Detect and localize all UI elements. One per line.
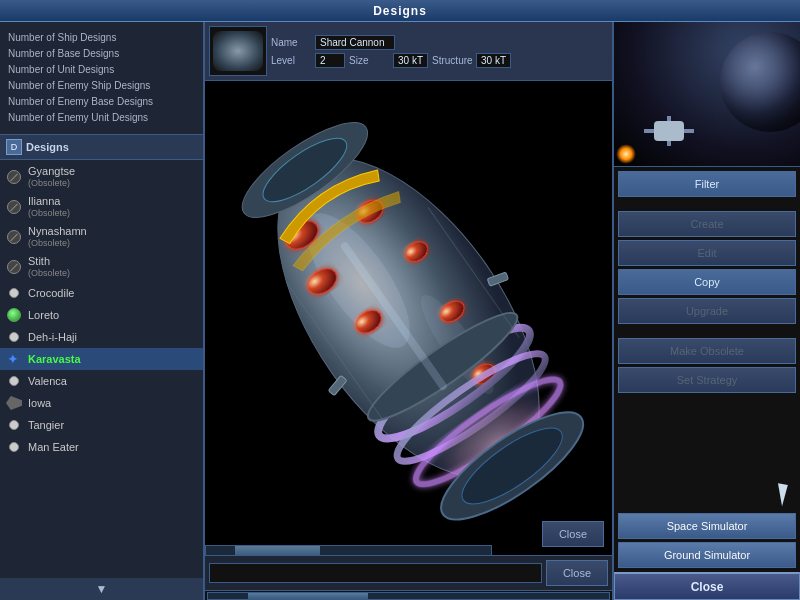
scroll-down-arrow[interactable]: ▼ xyxy=(0,578,203,600)
list-item[interactable]: Tangier xyxy=(0,414,203,436)
planet-view xyxy=(614,22,800,167)
dot-icon xyxy=(6,439,22,455)
title-text: Designs xyxy=(373,4,427,18)
cursor-icon xyxy=(774,483,788,506)
star-glow xyxy=(616,144,636,164)
name-label: Name xyxy=(271,37,311,48)
ground-simulator-button[interactable]: Ground Simulator xyxy=(618,542,796,568)
dot-icon xyxy=(6,373,22,389)
item-name: Loreto xyxy=(28,308,59,322)
list-item[interactable]: Man Eater xyxy=(0,436,203,458)
edit-button[interactable]: Edit xyxy=(618,240,796,266)
item-name: Nynashamn(Obsolete) xyxy=(28,224,87,250)
space-station xyxy=(644,106,694,156)
button-gap-3 xyxy=(618,396,796,481)
list-item[interactable]: Valenca xyxy=(0,370,203,392)
station-body xyxy=(654,121,684,141)
stat-enemy-ship: Number of Enemy Ship Designs xyxy=(8,78,195,94)
list-item[interactable]: Iowa xyxy=(0,392,203,414)
star-icon: ✦ xyxy=(6,351,22,367)
name-row: Name Shard Cannon xyxy=(271,35,608,50)
obsolete-icon xyxy=(6,229,22,245)
list-item[interactable]: Nynashamn(Obsolete) xyxy=(0,222,203,252)
space-simulator-button[interactable]: Space Simulator xyxy=(618,513,796,539)
designs-label: Designs xyxy=(26,141,69,153)
left-panel: Number of Ship Designs Number of Base De… xyxy=(0,22,205,600)
list-item[interactable]: Loreto xyxy=(0,304,203,326)
viewport-scrollbar[interactable] xyxy=(205,545,492,555)
stats-row: Level 2 Size 30 kT Structure 30 kT xyxy=(271,53,608,68)
create-button[interactable]: Create xyxy=(618,211,796,237)
designs-icon: D xyxy=(6,139,22,155)
list-item[interactable]: Crocodile xyxy=(0,282,203,304)
level-value: 2 xyxy=(315,53,345,68)
obsolete-icon xyxy=(6,199,22,215)
info-fields: Name Shard Cannon Level 2 Size 30 kT Str… xyxy=(271,35,608,68)
filter-button[interactable]: Filter xyxy=(618,171,796,197)
viewport-close-button[interactable]: Close xyxy=(542,521,604,547)
right-buttons: Filter Create Edit Copy Upgrade Make Obs… xyxy=(614,167,800,572)
set-strategy-button[interactable]: Set Strategy xyxy=(618,367,796,393)
copy-button[interactable]: Copy xyxy=(618,269,796,295)
scrollbar-thumb[interactable] xyxy=(235,546,321,555)
item-name: Gyangtse(Obsolete) xyxy=(28,164,75,190)
h-scrollbar[interactable] xyxy=(205,545,492,555)
center-panel: Name Shard Cannon Level 2 Size 30 kT Str… xyxy=(205,22,612,600)
item-name: Stith(Obsolete) xyxy=(28,254,70,280)
item-name: Valenca xyxy=(28,374,67,388)
obsolete-icon xyxy=(6,169,22,185)
button-gap-2 xyxy=(618,327,796,335)
ship-3d-render xyxy=(205,81,612,555)
ship-icon xyxy=(6,285,22,301)
name-value: Shard Cannon xyxy=(315,35,395,50)
ship-thumbnail xyxy=(209,26,267,76)
size-value: 30 kT xyxy=(393,53,428,68)
cursor-area xyxy=(618,484,786,506)
dot-icon xyxy=(6,329,22,345)
main-layout: Number of Ship Designs Number of Base De… xyxy=(0,22,800,600)
ship-thumb-image xyxy=(213,31,263,71)
stat-unit-designs: Number of Unit Designs xyxy=(8,62,195,78)
right-close-button[interactable]: Close xyxy=(614,572,800,600)
list-item[interactable]: Stith(Obsolete) xyxy=(0,252,203,282)
item-name: Iowa xyxy=(28,396,51,410)
bottom-input[interactable] xyxy=(209,563,542,583)
viewport-bottom-bar: Close xyxy=(542,521,604,547)
size-label: Size xyxy=(349,55,389,66)
planet xyxy=(720,32,800,132)
designs-header: D Designs xyxy=(0,135,203,160)
item-name: Tangier xyxy=(28,418,64,432)
list-item[interactable]: Deh-i-Haji xyxy=(0,326,203,348)
item-name: Crocodile xyxy=(28,286,74,300)
stat-enemy-unit: Number of Enemy Unit Designs xyxy=(8,110,195,126)
upgrade-button[interactable]: Upgrade xyxy=(618,298,796,324)
list-item-selected[interactable]: ✦ Karavasta xyxy=(0,348,203,370)
item-name: Ilianna(Obsolete) xyxy=(28,194,70,220)
title-bar: Designs xyxy=(0,0,800,22)
list-item[interactable]: Ilianna(Obsolete) xyxy=(0,192,203,222)
bottom-close-button[interactable]: Close xyxy=(546,560,608,586)
structure-label: Structure xyxy=(432,55,472,66)
green-icon xyxy=(6,307,22,323)
bottom-scrollbar-thumb[interactable] xyxy=(248,593,368,599)
structure-value: 30 kT xyxy=(476,53,511,68)
info-bar: Name Shard Cannon Level 2 Size 30 kT Str… xyxy=(205,22,612,81)
ship-icon xyxy=(6,395,22,411)
make-obsolete-button[interactable]: Make Obsolete xyxy=(618,338,796,364)
level-label: Level xyxy=(271,55,311,66)
bottom-bar: Close xyxy=(205,555,612,590)
right-panel: Filter Create Edit Copy Upgrade Make Obs… xyxy=(612,22,800,600)
dot-icon xyxy=(6,417,22,433)
ship-viewport: Close xyxy=(205,81,612,555)
stat-ship-designs: Number of Ship Designs xyxy=(8,30,195,46)
stat-enemy-base: Number of Enemy Base Designs xyxy=(8,94,195,110)
designs-list[interactable]: Gyangtse(Obsolete) Ilianna(Obsolete) Nyn… xyxy=(0,160,203,578)
obsolete-icon xyxy=(6,259,22,275)
button-gap-1 xyxy=(618,200,796,208)
bottom-scrollbar[interactable] xyxy=(207,592,610,600)
list-item[interactable]: Gyangtse(Obsolete) xyxy=(0,162,203,192)
item-name: Man Eater xyxy=(28,440,79,454)
item-name: Deh-i-Haji xyxy=(28,330,77,344)
stats-area: Number of Ship Designs Number of Base De… xyxy=(0,22,203,135)
bottom-scrollbar-area xyxy=(205,590,612,600)
